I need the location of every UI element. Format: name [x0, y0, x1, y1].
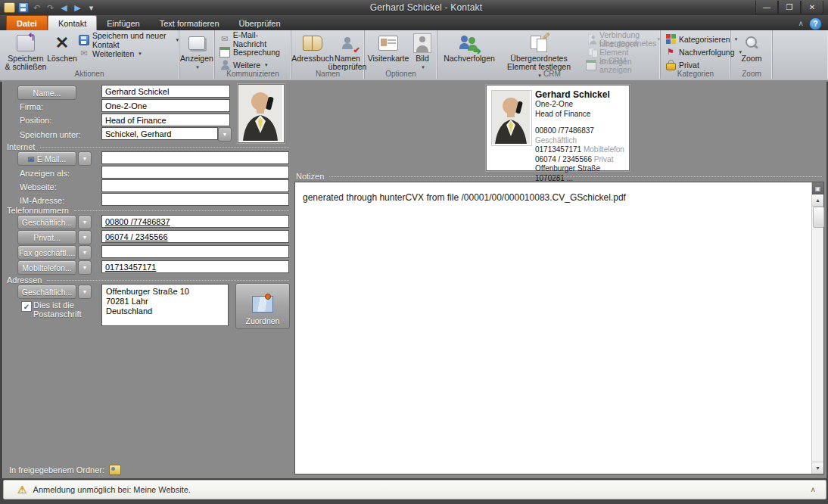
name-button[interactable]: Name... [17, 86, 76, 100]
scroll-up-icon[interactable]: ▲ [812, 194, 823, 207]
zoom-icon [742, 33, 761, 53]
shared-folder-label: In freigegebenem Ordner: [9, 465, 104, 474]
phone-business-dropdown-icon[interactable]: ▼ [78, 215, 92, 229]
save-new-icon [79, 35, 89, 45]
notes-scrollbar[interactable]: ▣ ▲ ▼ [811, 182, 823, 474]
email-button[interactable]: ✉E-Mail... [17, 151, 76, 166]
undo-icon[interactable]: ↶ [31, 2, 42, 13]
phone-fax-button[interactable]: Fax geschäftl.... [17, 245, 76, 260]
save-close-button[interactable]: Speichern & schließen [5, 32, 47, 71]
tab-ueberpruefen[interactable]: Überprüfen [229, 16, 291, 30]
help-icon[interactable]: ? [809, 17, 822, 30]
address-business-button[interactable]: Geschäftlich... [17, 285, 76, 299]
show-in-crm-icon [586, 60, 596, 70]
position-label: Position: [20, 116, 51, 125]
warning-icon: ⚠ [17, 484, 27, 496]
group-optionen: Visitenkarte Bild▾ Optionen [365, 30, 437, 79]
forward-button[interactable]: ✉ Weiterleiten▾ [79, 47, 142, 60]
contact-photo-image [238, 85, 282, 141]
meeting-icon [219, 47, 230, 58]
phone-mobile-input[interactable] [101, 260, 289, 273]
card-phone-line: 01713457171 Mobiltelefon [535, 145, 626, 155]
next-item-icon[interactable]: ▶ [72, 2, 83, 13]
collapse-infobar-icon[interactable]: ˄ [811, 486, 815, 494]
tab-text-formatieren[interactable]: Text formatieren [150, 16, 229, 30]
email-icon: ✉ [219, 34, 230, 45]
scroll-thumb[interactable] [813, 207, 824, 228]
phone-business-input[interactable] [101, 215, 289, 228]
phone-private-dropdown-icon[interactable]: ▼ [78, 230, 92, 244]
tab-einfuegen[interactable]: Einfügen [97, 16, 149, 30]
scroll-down-icon[interactable]: ▼ [812, 462, 823, 474]
lock-icon [665, 60, 676, 70]
group-label-kategorien: Kategorien [661, 70, 730, 78]
file-as-combobox[interactable] [101, 127, 218, 140]
flag-icon: ⚑ [665, 47, 676, 58]
notes-area[interactable]: generated through hunterCVX from file /0… [294, 182, 824, 474]
email-message-button[interactable]: ✉ E-Mail-Nachricht [219, 33, 291, 45]
phone-fax-input[interactable] [101, 245, 289, 258]
map-icon [252, 296, 273, 313]
phone-mobile-button[interactable]: Mobiltelefon... [17, 260, 76, 275]
addressbook-icon [303, 33, 322, 53]
ribbon-tab-row: Datei Kontakt Einfügen Text formatieren … [0, 15, 828, 30]
phone-fax-dropdown-icon[interactable]: ▼ [78, 245, 92, 260]
business-card-preview[interactable]: Gerhard Schickel One-2-One Head of Finan… [486, 85, 630, 171]
app-icon[interactable] [4, 2, 15, 13]
check-names-button[interactable]: ✔ Namen überprüfen [331, 32, 364, 71]
webpage-input[interactable] [101, 179, 289, 192]
ribbon-spacer [773, 30, 828, 79]
set-parent-icon: ✎ [529, 33, 549, 53]
company-label: Firma: [20, 102, 43, 111]
more-icon [219, 60, 230, 70]
business-card-button[interactable]: Visitenkarte [367, 32, 409, 63]
anzeigen-button[interactable]: Anzeigen▾ [182, 32, 212, 71]
previous-item-icon[interactable]: ◀ [58, 2, 70, 13]
followup-button[interactable]: ⚑ Nachverfolgung▾ [665, 45, 742, 58]
tab-datei[interactable]: Datei [6, 15, 48, 30]
display-as-input[interactable] [101, 166, 289, 179]
name-input[interactable] [101, 85, 230, 98]
phone-business-button[interactable]: Geschäftlich... [17, 215, 76, 229]
addressbook-button[interactable]: Adressbuch [293, 32, 332, 63]
meeting-button[interactable]: Besprechung [219, 45, 280, 58]
group-kategorien: Kategorisieren▾ ⚑ Nachverfolgung▾ Privat… [661, 30, 731, 79]
restore-button[interactable]: ❐ [778, 1, 801, 14]
im-input[interactable] [101, 193, 289, 206]
ribbon: Speichern & schließen ✕ Löschen Speicher… [0, 30, 828, 82]
forward-icon: ✉ [79, 48, 89, 59]
phone-mobile-dropdown-icon[interactable]: ▼ [78, 260, 92, 275]
picture-button[interactable]: Bild▾ [410, 32, 434, 71]
group-kommunizieren: ✉ E-Mail-Nachricht Besprechung Weitere▾ … [215, 30, 291, 79]
minimize-ribbon-icon[interactable]: ˄ [798, 20, 803, 28]
info-bar: ⚠ Anmeldung unmöglich bei: Meine Website… [3, 480, 826, 499]
phone-private-input[interactable] [101, 230, 289, 243]
track-button[interactable]: ➜ Nachverfolgen [440, 32, 498, 63]
email-dropdown-icon[interactable]: ▼ [78, 151, 92, 166]
show-parent-icon [586, 47, 596, 58]
company-input[interactable] [101, 99, 230, 112]
close-button[interactable]: ✕ [801, 1, 823, 14]
save-icon[interactable] [17, 2, 29, 13]
card-phone-line: 06074 / 2345566 Privat [535, 155, 626, 165]
notes-options-icon[interactable]: ▣ [812, 182, 823, 195]
position-input[interactable] [101, 114, 230, 126]
customize-qat-icon[interactable]: ▾ [86, 2, 97, 13]
address-business-dropdown-icon[interactable]: ▼ [78, 285, 92, 299]
delete-button[interactable]: ✕ Löschen [47, 32, 77, 63]
contact-photo[interactable] [238, 84, 285, 143]
email-input[interactable] [101, 151, 289, 164]
mailing-address-checkbox[interactable]: ✓ [21, 301, 32, 312]
address-textarea[interactable]: Offenburger Straße 10 70281 Lahr Deutsch… [101, 284, 229, 326]
card-phone-line: 00800 /77486837 Geschäftlich [535, 126, 626, 145]
file-as-dropdown-icon[interactable]: ▼ [218, 127, 232, 142]
redo-icon[interactable]: ↷ [45, 2, 56, 13]
title-bar: ↶ ↷ ◀ ▶ ▾ Gerhard Schickel - Kontakt — ❐… [0, 0, 828, 15]
tab-kontakt[interactable]: Kontakt [48, 15, 97, 30]
phone-private-button[interactable]: Privat... [17, 230, 76, 244]
zoom-button[interactable]: Zoom [737, 32, 766, 63]
categorize-button[interactable]: Kategorisieren▾ [665, 33, 737, 45]
minimize-button[interactable]: — [755, 1, 778, 14]
map-it-button[interactable]: Zuordnen [235, 283, 290, 329]
save-new-contact-button[interactable]: Speichern und neuer Kontakt▾ [79, 33, 179, 46]
